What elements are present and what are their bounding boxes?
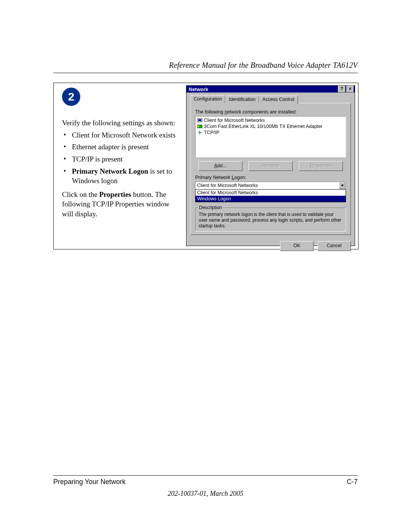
svg-marker-7 (341, 185, 344, 187)
primary-logon-dropdown[interactable]: Client for Microsoft Networks Windows Lo… (195, 189, 346, 202)
text: ogon: (234, 175, 246, 180)
tab-access-control[interactable]: Access Control (259, 96, 298, 104)
group-legend: Description (198, 205, 223, 211)
page-header: Reference Manual for the Broadband Voice… (53, 61, 358, 70)
remove-button: Remove (249, 161, 293, 171)
bold-text: Properties (99, 190, 131, 198)
list-item: Ethernet adapter is present (70, 142, 176, 152)
list-item: Primary Network Logon is set to Windows … (70, 166, 176, 186)
step-number-badge: 2 (62, 88, 80, 106)
dialog-titlebar[interactable]: Network ? × (186, 86, 355, 93)
dialog-footer: OK Cancel (186, 238, 355, 255)
page-footer: Preparing Your Network C-7 202-10037-01,… (53, 475, 358, 498)
underline: L (232, 175, 234, 180)
svg-rect-3 (198, 126, 199, 127)
footer-page-number: C-7 (347, 478, 358, 486)
list-item: Client for Microsoft Network exists (70, 130, 176, 140)
footer-section: Preparing Your Network (53, 478, 126, 486)
add-button[interactable]: Add... (198, 161, 242, 171)
text: dd... (217, 163, 226, 168)
document-page: Reference Manual for the Broadband Voice… (0, 0, 411, 532)
description-group: Description The primary network logon is… (195, 208, 346, 232)
adapter-icon (197, 124, 202, 129)
text: Primary Network (195, 175, 232, 180)
footer-row: Preparing Your Network C-7 (53, 478, 358, 486)
component-button-row: Add... Remove Properties (198, 161, 343, 171)
list-item[interactable]: 3Com Fast EtherLink XL 10/100Mb TX Ether… (197, 123, 344, 129)
protocol-icon (197, 130, 202, 135)
instructions-intro: Verify the following settings as shown: (62, 118, 176, 128)
network-dialog: Network ? × Configuration Identification… (186, 85, 355, 246)
primary-logon-label: Primary Network Logon: (195, 175, 346, 180)
tab-panel: The following network components are ins… (190, 103, 351, 235)
chevron-down-icon[interactable] (339, 182, 346, 189)
tab-configuration[interactable]: Configuration (190, 95, 225, 103)
cancel-button[interactable]: Cancel (317, 241, 351, 251)
text: Remove (262, 163, 280, 168)
ok-button[interactable]: OK (280, 241, 314, 251)
instructions-followup: Click on the Properties button. The foll… (62, 190, 176, 219)
text: roperties (313, 163, 332, 168)
underline: A (214, 163, 217, 168)
svg-point-6 (199, 132, 201, 133)
text: Click on the (62, 190, 99, 198)
dropdown-option[interactable]: Client for Microsoft Networks (196, 190, 346, 196)
properties-button: Properties (299, 161, 343, 171)
dialog-body: Configuration Identification Access Cont… (186, 93, 355, 238)
dialog-column: Network ? × Configuration Identification… (183, 83, 358, 249)
text: 3Com Fast EtherLink XL 10/100Mb TX Ether… (204, 124, 322, 129)
svg-rect-1 (198, 119, 201, 121)
dropdown-option-selected[interactable]: Windows Logon (196, 196, 346, 202)
footer-doc-number: 202-10037-01, March 2005 (53, 490, 358, 498)
list-item: TCP/IP is present (70, 154, 176, 164)
step-content-box: 2 Verify the following settings as shown… (53, 83, 358, 249)
header-rule (53, 73, 358, 73)
tab-row: Configuration Identification Access Cont… (190, 95, 351, 103)
dialog-title: Network (189, 86, 208, 92)
text: The following (195, 109, 225, 115)
tab-identification[interactable]: Identification (225, 96, 259, 104)
list-item[interactable]: Client for Microsoft Networks (197, 117, 344, 123)
footer-rule (53, 475, 358, 476)
help-button[interactable]: ? (338, 86, 346, 93)
primary-logon-combo[interactable]: Client for Microsoft Networks (195, 182, 346, 189)
components-label: The following network components are ins… (195, 109, 346, 115)
close-button[interactable]: × (346, 86, 354, 93)
description-text: The primary network logon is the client … (199, 212, 341, 228)
text: Client for Microsoft Networks (204, 118, 265, 123)
instructions-list: Client for Microsoft Network exists Ethe… (62, 130, 176, 186)
text: etwork components are installed: (227, 109, 297, 115)
text: TCP/IP (204, 130, 219, 135)
combo-value: Client for Microsoft Networks (196, 182, 339, 189)
list-item[interactable]: TCP/IP (197, 129, 344, 136)
components-listbox[interactable]: Client for Microsoft Networks 3Com Fast … (195, 116, 346, 157)
instructions-column: 2 Verify the following settings as shown… (54, 83, 183, 249)
client-icon (197, 118, 202, 123)
bold-text: Primary Network Logon (72, 167, 148, 175)
underline: P (310, 163, 313, 168)
